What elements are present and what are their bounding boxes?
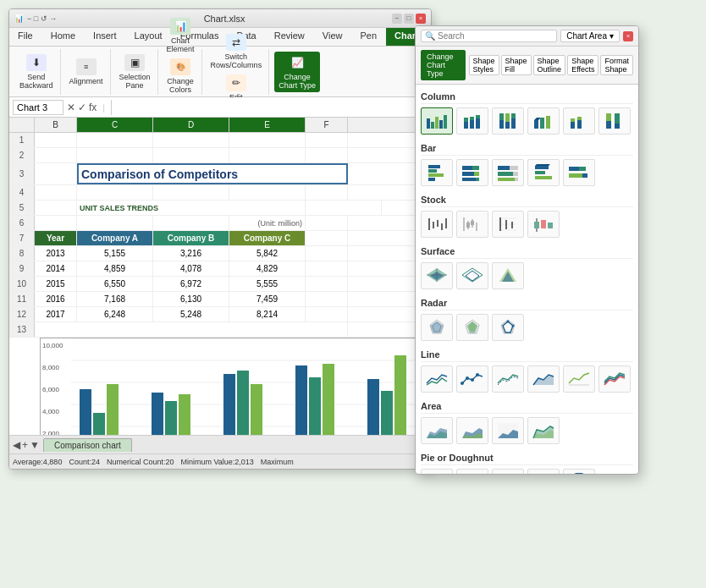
chart-icon-line-6[interactable]	[598, 365, 631, 393]
col-header-b[interactable]: B	[35, 118, 77, 132]
cell-c2[interactable]	[77, 148, 153, 162]
cell-f12[interactable]	[306, 307, 348, 321]
chart-icon-area-4[interactable]	[527, 417, 560, 444]
chart-panel-search[interactable]: 🔍	[421, 30, 557, 42]
title-cell[interactable]: Comparison of Competitors	[77, 163, 348, 184]
chart-icon-line-2[interactable]	[456, 365, 488, 393]
cell-a-2014[interactable]: 4,859	[77, 261, 153, 276]
cell-a-2017[interactable]: 6,248	[77, 307, 153, 321]
cell-b4[interactable]	[35, 185, 77, 200]
confirm-formula-icon[interactable]: ✓	[78, 102, 86, 113]
change-chart-type-panel-btn[interactable]: ChangeChart Type	[421, 50, 466, 80]
chart-icon-pie-2[interactable]	[456, 469, 488, 474]
cell-b-2017[interactable]: 5,248	[153, 307, 229, 321]
cell-c-2013[interactable]: 5,842	[229, 246, 306, 261]
maximize-btn[interactable]: □	[404, 14, 414, 24]
chart-icon-3d-100-stacked-column[interactable]	[598, 107, 631, 135]
chart-icon-radar-3[interactable]	[492, 314, 524, 341]
cell-e2[interactable]	[229, 148, 306, 162]
cell-e6-unit[interactable]: (Unit: million)	[229, 216, 306, 230]
tab-file[interactable]: File	[9, 28, 42, 46]
cell-b-2013[interactable]: 3,216	[153, 246, 229, 261]
cell-b-2014[interactable]: 4,078	[153, 261, 229, 276]
cell-c6[interactable]	[77, 216, 153, 230]
cell-c4[interactable]	[77, 185, 153, 200]
cell-d1[interactable]	[153, 133, 229, 147]
cell-c-2016[interactable]: 7,459	[229, 292, 306, 306]
cell-d2[interactable]	[153, 148, 229, 162]
chart-area-dropdown[interactable]: Chart Area ▾	[560, 30, 620, 42]
chart-icon-3d-column[interactable]	[527, 107, 560, 135]
shape-fill-btn[interactable]: ShapeFill	[501, 55, 532, 75]
cell-b5[interactable]	[35, 201, 77, 215]
chart-icon-stock-1[interactable]	[421, 211, 453, 238]
tab-home[interactable]: Home	[42, 28, 85, 46]
selection-pane-btn[interactable]: ▣ Selection Pane	[116, 52, 154, 91]
fx-icon[interactable]: fx	[89, 102, 97, 113]
chart-icon-clustered-column[interactable]	[421, 107, 453, 135]
chart-icon-area-2[interactable]	[456, 417, 488, 444]
cell-year-2014[interactable]: 2014	[35, 261, 77, 276]
cell-f8[interactable]	[306, 246, 348, 261]
chart-icon-100-bar[interactable]	[492, 159, 524, 186]
next-sheet-btn[interactable]: ▼	[30, 439, 40, 451]
chart-icon-line-5[interactable]	[563, 365, 595, 393]
chart-icon-line-3[interactable]	[492, 365, 524, 393]
prev-sheet-btn[interactable]: ◀	[13, 439, 20, 451]
change-colors-btn[interactable]: 🎨 Change Colors	[163, 57, 197, 96]
cell-b1[interactable]	[35, 133, 77, 147]
cell-f2[interactable]	[306, 148, 348, 162]
chart-icon-clustered-bar[interactable]	[421, 159, 453, 186]
chart-icon-stock-2[interactable]	[456, 211, 488, 238]
shape-styles-btn[interactable]: ShapeStyles	[469, 55, 499, 75]
tab-review[interactable]: Review	[266, 28, 314, 46]
chart-icon-surface-3[interactable]	[492, 262, 524, 289]
cell-year-2016[interactable]: 2016	[35, 292, 77, 306]
chart-icon-radar-1[interactable]	[421, 314, 453, 341]
cell-c1[interactable]	[77, 133, 153, 147]
cell-d6[interactable]	[153, 216, 229, 230]
cell-trend-label[interactable]: UNIT SALES TRENDS	[77, 201, 306, 215]
chart-icon-doughnut-2[interactable]	[563, 469, 595, 474]
cell-b3[interactable]	[35, 163, 77, 184]
close-btn[interactable]: ×	[416, 14, 426, 24]
chart-icon-line-1[interactable]	[421, 365, 453, 393]
cell-f6[interactable]	[306, 216, 348, 230]
chart-icon-3d-stacked-column[interactable]	[563, 107, 595, 135]
cell-reference-input[interactable]	[13, 100, 63, 115]
tab-insert[interactable]: Insert	[85, 28, 126, 46]
cell-f4[interactable]	[306, 185, 348, 200]
cell-b-2015[interactable]: 6,972	[153, 277, 229, 291]
format-shape-btn[interactable]: FormatShape	[600, 55, 633, 75]
cell-a-2015[interactable]: 6,550	[77, 277, 153, 291]
cell-f11[interactable]	[306, 292, 348, 306]
minimize-btn[interactable]: −	[392, 14, 402, 24]
chart-icon-surface-1[interactable]	[421, 262, 453, 289]
alignment-btn[interactable]: ≡ Alignment	[66, 57, 107, 87]
add-sheet-btn[interactable]: +	[22, 439, 28, 451]
cell-f1[interactable]	[306, 133, 348, 147]
chart-icon-stacked-column[interactable]	[456, 107, 488, 135]
chart-icon-3d-clustered-bar[interactable]	[527, 159, 560, 186]
chart-icon-surface-2[interactable]	[456, 262, 488, 289]
cell-compb-header[interactable]: Company B	[153, 231, 229, 245]
cell-b6[interactable]	[35, 216, 77, 230]
cell-f9[interactable]	[306, 261, 348, 276]
shape-effects-btn[interactable]: ShapeEffects	[567, 55, 598, 75]
cell-compc-header[interactable]: Company C	[229, 231, 306, 245]
col-header-f[interactable]: F	[306, 118, 348, 132]
chart-icon-area-1[interactable]	[421, 417, 453, 444]
chart-icon-pie-3d[interactable]	[527, 469, 560, 474]
chart-icon-stacked-bar[interactable]	[456, 159, 488, 186]
chart-icon-100-stacked-column[interactable]	[492, 107, 524, 135]
cell-e4[interactable]	[229, 185, 306, 200]
cancel-formula-icon[interactable]: ✕	[67, 102, 75, 113]
chart-icon-stock-4[interactable]	[527, 211, 560, 238]
chart-icon-doughnut[interactable]	[492, 469, 524, 474]
chart-icon-pie-1[interactable]	[421, 469, 453, 474]
cell-year-2015[interactable]: 2015	[35, 277, 77, 291]
send-backward-btn[interactable]: ⬇ Send Backward	[16, 52, 57, 91]
tab-pen[interactable]: Pen	[351, 28, 386, 46]
cell-c-2014[interactable]: 4,829	[229, 261, 306, 276]
chart-icon-3d-stacked-bar[interactable]	[563, 159, 595, 186]
